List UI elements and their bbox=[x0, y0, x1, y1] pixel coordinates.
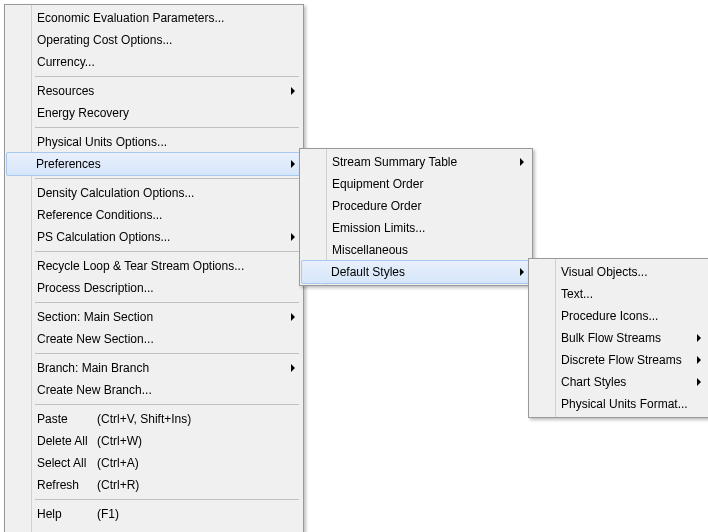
menu-item-text[interactable]: Text... bbox=[531, 283, 707, 305]
menu-item-label: Procedure Icons... bbox=[561, 309, 658, 323]
menu-item-process-description[interactable]: Process Description... bbox=[7, 277, 301, 299]
submenu-arrow-icon bbox=[697, 334, 701, 342]
menu-item-branch-main-branch[interactable]: Branch: Main Branch bbox=[7, 357, 301, 379]
menu-item-label: Bulk Flow Streams bbox=[561, 331, 661, 345]
menu-item-label: Energy Recovery bbox=[37, 106, 129, 120]
menu-item-label: Paste bbox=[37, 412, 68, 426]
menu-item-help[interactable]: Help(F1) bbox=[7, 503, 301, 525]
menu-item-label: Resources bbox=[37, 84, 94, 98]
submenu-arrow-icon bbox=[291, 233, 295, 241]
menu-item-label: Equipment Order bbox=[332, 177, 423, 191]
menu-item-label: Create New Branch... bbox=[37, 383, 152, 397]
menu-item-label: Economic Evaluation Parameters... bbox=[37, 11, 224, 25]
menu-item-shortcut: (Ctrl+R) bbox=[97, 474, 139, 496]
menu-separator bbox=[35, 499, 299, 500]
menu-item-emission-limits[interactable]: Emission Limits... bbox=[302, 217, 530, 239]
menu-item-label: Reference Conditions... bbox=[37, 208, 162, 222]
menu-item-default-styles[interactable]: Default Styles bbox=[301, 260, 531, 284]
submenu-arrow-icon bbox=[291, 87, 295, 95]
menu-item-physical-units-options[interactable]: Physical Units Options... bbox=[7, 131, 301, 153]
menu-item-label: Text... bbox=[561, 287, 593, 301]
menu-item-chart-styles[interactable]: Chart Styles bbox=[531, 371, 707, 393]
menu-item-label: Emission Limits... bbox=[332, 221, 425, 235]
menu-item-delete-all[interactable]: Delete All(Ctrl+W) bbox=[7, 430, 301, 452]
menu-item-label: Density Calculation Options... bbox=[37, 186, 194, 200]
menu-item-energy-recovery[interactable]: Energy Recovery bbox=[7, 102, 301, 124]
menu-item-currency[interactable]: Currency... bbox=[7, 51, 301, 73]
submenu-arrow-icon bbox=[291, 313, 295, 321]
menu-item-paste[interactable]: Paste(Ctrl+V, Shift+Ins) bbox=[7, 408, 301, 430]
menu-item-label: Help bbox=[37, 507, 62, 521]
menu-item-label: Miscellaneous bbox=[332, 243, 408, 257]
menu-item-ps-calculation-options[interactable]: PS Calculation Options... bbox=[7, 226, 301, 248]
menu-item-label: Create New Section... bbox=[37, 332, 154, 346]
menu-separator bbox=[35, 251, 299, 252]
menu-separator bbox=[35, 404, 299, 405]
menu-item-label: Default Styles bbox=[331, 265, 405, 279]
menu-separator bbox=[35, 127, 299, 128]
menu-item-bulk-flow-streams[interactable]: Bulk Flow Streams bbox=[531, 327, 707, 349]
menu-item-label: Physical Units Format... bbox=[561, 397, 688, 411]
menu-item-label: PS Calculation Options... bbox=[37, 230, 170, 244]
menu-item-shortcut: (Ctrl+A) bbox=[97, 452, 139, 474]
menu-item-procedure-icons[interactable]: Procedure Icons... bbox=[531, 305, 707, 327]
menu-item-label: Currency... bbox=[37, 55, 95, 69]
menu-item-label: Section: Main Section bbox=[37, 310, 153, 324]
menu-item-label: Discrete Flow Streams bbox=[561, 353, 682, 367]
menu-item-select-all[interactable]: Select All(Ctrl+A) bbox=[7, 452, 301, 474]
menu-item-label: Refresh bbox=[37, 478, 79, 492]
submenu-arrow-icon bbox=[520, 268, 524, 276]
menu-item-create-new-branch[interactable]: Create New Branch... bbox=[7, 379, 301, 401]
menu-item-resources[interactable]: Resources bbox=[7, 80, 301, 102]
menu-item-recycle-loop-tear-stream-options[interactable]: Recycle Loop & Tear Stream Options... bbox=[7, 255, 301, 277]
menu-item-label: Branch: Main Branch bbox=[37, 361, 149, 375]
menu-item-label: Recycle Loop & Tear Stream Options... bbox=[37, 259, 244, 273]
menu-item-label: Visual Objects... bbox=[561, 265, 647, 279]
menu-item-label: Preferences bbox=[36, 157, 101, 171]
menu-item-label: Delete All bbox=[37, 434, 88, 448]
menu-item-discrete-flow-streams[interactable]: Discrete Flow Streams bbox=[531, 349, 707, 371]
menu-separator bbox=[35, 178, 299, 179]
menu-item-label: Stream Summary Table bbox=[332, 155, 457, 169]
menu-item-stream-summary-table[interactable]: Stream Summary Table bbox=[302, 151, 530, 173]
menu-item-shortcut: (F1) bbox=[97, 503, 119, 525]
context-menu-main: Economic Evaluation Parameters...Operati… bbox=[4, 4, 304, 532]
menu-separator bbox=[35, 76, 299, 77]
menu-separator bbox=[35, 302, 299, 303]
submenu-arrow-icon bbox=[520, 158, 524, 166]
menu-item-economic-evaluation-parameters[interactable]: Economic Evaluation Parameters... bbox=[7, 7, 301, 29]
menu-separator bbox=[35, 353, 299, 354]
submenu-default-styles: Visual Objects...Text...Procedure Icons.… bbox=[528, 258, 708, 418]
menu-item-refresh[interactable]: Refresh(Ctrl+R) bbox=[7, 474, 301, 496]
menu-item-label: Select All bbox=[37, 456, 86, 470]
submenu-arrow-icon bbox=[291, 364, 295, 372]
menu-item-label: Process Description... bbox=[37, 281, 154, 295]
menu-item-reference-conditions[interactable]: Reference Conditions... bbox=[7, 204, 301, 226]
menu-item-shortcut: (Ctrl+V, Shift+Ins) bbox=[97, 408, 191, 430]
menu-item-shortcut: (Ctrl+W) bbox=[97, 430, 142, 452]
submenu-arrow-icon bbox=[697, 378, 701, 386]
menu-item-visual-objects[interactable]: Visual Objects... bbox=[531, 261, 707, 283]
menu-item-create-new-section[interactable]: Create New Section... bbox=[7, 328, 301, 350]
menu-item-procedure-order[interactable]: Procedure Order bbox=[302, 195, 530, 217]
menu-item-preferences[interactable]: Preferences bbox=[6, 152, 302, 176]
menu-item-label: Procedure Order bbox=[332, 199, 421, 213]
menu-item-operating-cost-options[interactable]: Operating Cost Options... bbox=[7, 29, 301, 51]
submenu-arrow-icon bbox=[291, 160, 295, 168]
menu-item-label: Physical Units Options... bbox=[37, 135, 167, 149]
menu-item-equipment-order[interactable]: Equipment Order bbox=[302, 173, 530, 195]
menu-item-label: Operating Cost Options... bbox=[37, 33, 172, 47]
menu-item-physical-units-format[interactable]: Physical Units Format... bbox=[531, 393, 707, 415]
menu-item-label: Chart Styles bbox=[561, 375, 626, 389]
menu-item-miscellaneous[interactable]: Miscellaneous bbox=[302, 239, 530, 261]
submenu-preferences: Stream Summary TableEquipment OrderProce… bbox=[299, 148, 533, 286]
menu-item-section-main-section[interactable]: Section: Main Section bbox=[7, 306, 301, 328]
menu-item-density-calculation-options[interactable]: Density Calculation Options... bbox=[7, 182, 301, 204]
submenu-arrow-icon bbox=[697, 356, 701, 364]
